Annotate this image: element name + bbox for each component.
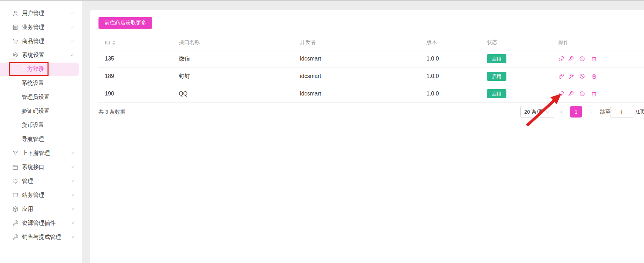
chevron-down-icon bbox=[70, 179, 75, 184]
jump-to-page-input[interactable] bbox=[610, 106, 633, 118]
link-icon bbox=[558, 73, 564, 79]
sidebar-item-label: 站务管理 bbox=[22, 192, 44, 199]
sidebar-item-label: 货币设置 bbox=[22, 122, 44, 129]
wrench-icon[interactable] bbox=[568, 91, 574, 97]
sidebar-item-label: 三方登录 bbox=[22, 66, 44, 73]
sidebar-item-3[interactable]: 系统设置 bbox=[0, 48, 82, 62]
chevron-down-icon bbox=[70, 11, 75, 16]
cell-version: 1.0.0 bbox=[420, 67, 481, 85]
column-header-label: 版本 bbox=[426, 39, 437, 45]
sidebar-item-label: 应用 bbox=[22, 206, 33, 213]
wrench-icon[interactable] bbox=[568, 73, 574, 79]
cube-icon bbox=[12, 206, 19, 213]
rays-icon bbox=[12, 178, 19, 185]
sidebar-item-10[interactable]: 上下游管理 bbox=[0, 146, 82, 160]
cart-icon bbox=[12, 38, 19, 45]
cube-icon bbox=[12, 206, 19, 213]
page-1-button[interactable]: 1 bbox=[570, 106, 582, 118]
uninstall-icon[interactable] bbox=[591, 73, 597, 79]
uninstall-icon bbox=[591, 73, 597, 79]
uninstall-icon bbox=[591, 91, 597, 97]
next-page-button[interactable] bbox=[588, 106, 595, 118]
sidebar-item-label: 导航管理 bbox=[22, 136, 44, 143]
sidebar-item-12[interactable]: 管理 bbox=[0, 174, 82, 188]
folder-icon bbox=[12, 164, 19, 171]
document-icon bbox=[12, 24, 19, 31]
chevron-down-icon bbox=[70, 235, 75, 240]
uninstall-icon[interactable] bbox=[591, 91, 597, 97]
sidebar-item-13[interactable]: 站务管理 bbox=[0, 188, 82, 202]
cell-version: 1.0.0 bbox=[420, 50, 481, 67]
disable-icon[interactable] bbox=[579, 91, 585, 97]
cell-actions bbox=[552, 50, 644, 67]
chevron-down-icon bbox=[70, 165, 75, 170]
page-size-select[interactable]: 20 条/页 bbox=[520, 106, 554, 118]
cell-id: 190 bbox=[98, 85, 173, 102]
sidebar-item-label: 系统设置 bbox=[22, 80, 44, 87]
sidebar-item-8[interactable]: 货币设置 bbox=[0, 118, 82, 132]
uninstall-icon bbox=[591, 56, 597, 62]
document-icon bbox=[12, 24, 19, 31]
link-icon[interactable] bbox=[558, 56, 564, 62]
sidebar-item-4-active[interactable]: 三方登录 bbox=[0, 63, 79, 76]
sidebar-item-9[interactable]: 导航管理 bbox=[0, 132, 82, 146]
funnel-icon bbox=[12, 150, 19, 157]
chevron-down-icon bbox=[70, 207, 75, 212]
sidebar-item-15[interactable]: 资源管理插件 bbox=[0, 216, 82, 230]
uninstall-icon[interactable] bbox=[591, 56, 597, 62]
cell-actions bbox=[552, 67, 644, 85]
sidebar-item-2[interactable]: 商品管理 bbox=[0, 34, 82, 48]
folder-icon bbox=[12, 164, 19, 171]
sidebar-item-16[interactable]: 销售与提成管理 bbox=[0, 230, 82, 244]
wrench-icon bbox=[12, 220, 19, 227]
sidebar-item-11[interactable]: 系统接口 bbox=[0, 160, 82, 174]
link-icon[interactable] bbox=[558, 73, 564, 79]
total-count-text: 共 3 条数据 bbox=[98, 109, 125, 115]
link-icon[interactable] bbox=[558, 91, 564, 97]
content-card: 前往商店获取更多 ID接口名称开发者版本状态操作 135微信idcsmart1.… bbox=[90, 10, 644, 263]
cell-id: 189 bbox=[98, 67, 173, 85]
sidebar-item-0[interactable]: 用户管理 bbox=[0, 6, 82, 20]
sidebar-item-5[interactable]: 系统设置 bbox=[0, 76, 82, 90]
prev-page-button[interactable] bbox=[558, 106, 565, 118]
chevron-right-icon bbox=[589, 109, 594, 114]
disable-icon[interactable] bbox=[579, 73, 585, 79]
wrench-icon bbox=[12, 234, 19, 241]
sidebar-item-1[interactable]: 业务管理 bbox=[0, 20, 82, 34]
chevron-down-icon bbox=[70, 39, 75, 44]
sidebar-item-6[interactable]: 管理员设置 bbox=[0, 90, 82, 104]
chevron-down-icon bbox=[70, 235, 75, 240]
cell-name: 钉钉 bbox=[173, 67, 294, 85]
folder-plus-icon bbox=[12, 192, 19, 199]
plugins-table: ID接口名称开发者版本状态操作 135微信idcsmart1.0.0启用189钉… bbox=[98, 35, 644, 103]
chevron-down-icon bbox=[546, 110, 550, 114]
sidebar-item-label: 销售与提成管理 bbox=[22, 234, 61, 241]
wrench-icon[interactable] bbox=[568, 56, 574, 62]
status-badge: 启用 bbox=[487, 54, 506, 63]
wrench-icon bbox=[12, 220, 19, 227]
wrench-icon bbox=[568, 73, 574, 79]
cell-version: 1.0.0 bbox=[420, 85, 481, 102]
chevron-down-icon bbox=[70, 151, 75, 156]
sort-control[interactable] bbox=[112, 41, 115, 45]
chevron-up-icon bbox=[70, 53, 75, 58]
table-row: 189钉钉idcsmart1.0.0启用 bbox=[98, 67, 644, 85]
go-to-store-button[interactable]: 前往商店获取更多 bbox=[98, 17, 152, 29]
cell-actions bbox=[552, 85, 644, 102]
sidebar-item-14[interactable]: 应用 bbox=[0, 202, 82, 216]
disable-icon[interactable] bbox=[579, 56, 585, 62]
status-badge: 启用 bbox=[487, 72, 506, 81]
column-header-0: ID bbox=[98, 35, 173, 50]
sidebar-item-label: 资源管理插件 bbox=[22, 220, 56, 227]
table-header-row: ID接口名称开发者版本状态操作 bbox=[98, 35, 644, 50]
status-badge: 启用 bbox=[487, 89, 506, 98]
chevron-down-icon bbox=[70, 39, 75, 44]
column-header-label: 操作 bbox=[558, 39, 569, 45]
column-header-4: 状态 bbox=[481, 35, 552, 50]
chevron-down-icon bbox=[70, 207, 75, 212]
sidebar-item-7[interactable]: 验证码设置 bbox=[0, 104, 82, 118]
disable-icon bbox=[579, 73, 585, 79]
column-header-label: 开发者 bbox=[300, 39, 316, 45]
chevron-up-icon bbox=[70, 53, 75, 58]
chevron-down-icon bbox=[70, 151, 75, 156]
